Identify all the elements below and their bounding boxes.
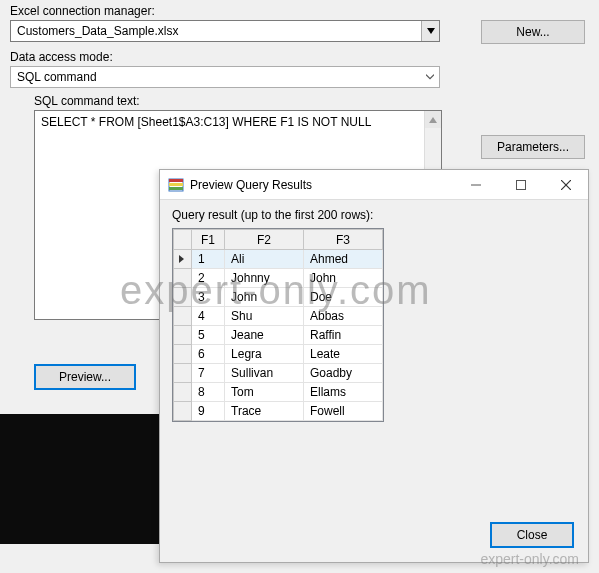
cell[interactable]: Shu — [225, 307, 304, 326]
cell[interactable]: Jeane — [225, 326, 304, 345]
excel-manager-label: Excel connection manager: — [10, 4, 589, 18]
cell[interactable]: Abbas — [304, 307, 383, 326]
grid-corner — [174, 230, 192, 250]
preview-button[interactable]: Preview... — [34, 364, 136, 390]
cell[interactable]: Ahmed — [304, 250, 383, 269]
cell[interactable]: Sullivan — [225, 364, 304, 383]
svg-rect-5 — [516, 180, 525, 189]
data-access-dropdown[interactable]: SQL command — [10, 66, 440, 88]
row-header[interactable] — [174, 326, 192, 345]
cell[interactable]: 5 — [192, 326, 225, 345]
svg-rect-2 — [169, 183, 183, 186]
row-header[interactable] — [174, 288, 192, 307]
column-header[interactable]: F2 — [225, 230, 304, 250]
titlebar: Preview Query Results — [160, 170, 588, 200]
preview-dialog: Preview Query Results Query result (up t… — [159, 169, 589, 563]
cell[interactable]: Doe — [304, 288, 383, 307]
minimize-button[interactable] — [453, 170, 498, 200]
data-access-label: Data access mode: — [10, 50, 589, 64]
row-header[interactable] — [174, 269, 192, 288]
maximize-button[interactable] — [498, 170, 543, 200]
cell[interactable]: 8 — [192, 383, 225, 402]
table-row[interactable]: 7SullivanGoadby — [174, 364, 383, 383]
table-row[interactable]: 6LegraLeate — [174, 345, 383, 364]
table-row[interactable]: 3JohnDoe — [174, 288, 383, 307]
scroll-up-icon[interactable] — [425, 111, 441, 128]
cell[interactable]: Johnny — [225, 269, 304, 288]
cell[interactable]: 4 — [192, 307, 225, 326]
query-result-label: Query result (up to the first 200 rows): — [172, 208, 576, 222]
cell[interactable]: Leate — [304, 345, 383, 364]
column-header[interactable]: F3 — [304, 230, 383, 250]
cell[interactable]: Tom — [225, 383, 304, 402]
close-button[interactable]: Close — [490, 522, 574, 548]
cell[interactable]: Ali — [225, 250, 304, 269]
dialog-title: Preview Query Results — [190, 178, 453, 192]
cell[interactable]: Raffin — [304, 326, 383, 345]
column-header[interactable]: F1 — [192, 230, 225, 250]
data-access-value: SQL command — [11, 70, 421, 84]
cell[interactable]: 2 — [192, 269, 225, 288]
result-grid[interactable]: F1 F2 F3 1AliAhmed2JohnnyJohn3JohnDoe4Sh… — [172, 228, 384, 422]
table-row[interactable]: 4ShuAbbas — [174, 307, 383, 326]
cell[interactable]: Trace — [225, 402, 304, 421]
excel-manager-dropdown[interactable]: Customers_Data_Sample.xlsx — [10, 20, 440, 42]
table-row[interactable]: 9TraceFowell — [174, 402, 383, 421]
new-button[interactable]: New... — [481, 20, 585, 44]
cell[interactable]: 3 — [192, 288, 225, 307]
row-header[interactable] — [174, 345, 192, 364]
row-header[interactable] — [174, 307, 192, 326]
cell[interactable]: Legra — [225, 345, 304, 364]
cell[interactable]: John — [225, 288, 304, 307]
table-row[interactable]: 1AliAhmed — [174, 250, 383, 269]
app-icon — [168, 177, 184, 193]
close-window-button[interactable] — [543, 170, 588, 200]
cell[interactable]: 9 — [192, 402, 225, 421]
table-row[interactable]: 5JeaneRaffin — [174, 326, 383, 345]
row-header[interactable] — [174, 383, 192, 402]
cell[interactable]: Goadby — [304, 364, 383, 383]
dark-region — [0, 414, 160, 544]
cell[interactable]: 1 — [192, 250, 225, 269]
table-row[interactable]: 8TomEllams — [174, 383, 383, 402]
cell[interactable]: 6 — [192, 345, 225, 364]
row-header[interactable] — [174, 402, 192, 421]
excel-manager-value: Customers_Data_Sample.xlsx — [11, 24, 421, 38]
cell[interactable]: 7 — [192, 364, 225, 383]
parameters-button[interactable]: Parameters... — [481, 135, 585, 159]
sql-text-label: SQL command text: — [34, 94, 589, 108]
svg-rect-1 — [169, 179, 183, 182]
dropdown-arrow-icon[interactable] — [421, 67, 439, 87]
cell[interactable]: Ellams — [304, 383, 383, 402]
svg-rect-3 — [169, 187, 183, 190]
row-header[interactable] — [174, 250, 192, 269]
cell[interactable]: Fowell — [304, 402, 383, 421]
table-row[interactable]: 2JohnnyJohn — [174, 269, 383, 288]
dropdown-arrow-icon[interactable] — [421, 21, 439, 41]
row-header[interactable] — [174, 364, 192, 383]
cell[interactable]: John — [304, 269, 383, 288]
